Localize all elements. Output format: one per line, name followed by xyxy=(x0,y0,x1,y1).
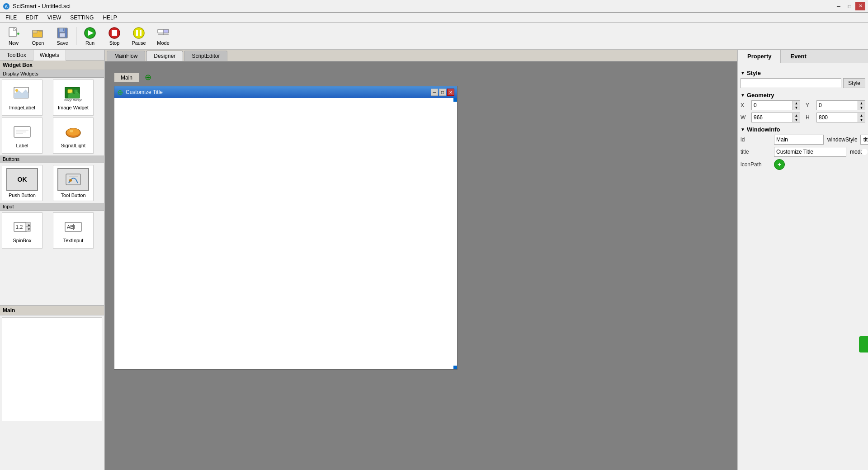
widget-scroll[interactable]: Display Widgets ImageLabel xyxy=(0,70,104,305)
style-section-label: Style xyxy=(747,70,761,76)
windowstyle-select[interactable]: titleVisia noTitle fullscreen xyxy=(860,135,868,145)
windowinfo-title-row: title Customize Title modal xyxy=(741,147,865,157)
widget-text-input[interactable]: ABI TextInput xyxy=(53,212,94,249)
widget-spin-box[interactable]: 1.2 ▲ ▼ SpinBox xyxy=(2,212,42,249)
menu-setting[interactable]: SETTING xyxy=(66,14,97,21)
left-tabs: ToolBox Widgets xyxy=(0,50,104,61)
label-icon xyxy=(13,123,31,141)
w-spin-down[interactable]: ▼ xyxy=(793,118,800,122)
widget-image-widget[interactable]: Image Widget Image Widget xyxy=(53,80,94,116)
h-spin-up[interactable]: ▲ xyxy=(858,113,865,118)
x-input-group: 0 ▲ ▼ xyxy=(751,100,800,110)
tab-widgets[interactable]: Widgets xyxy=(33,50,66,61)
design-canvas[interactable] xyxy=(114,98,457,369)
svg-text:▼: ▼ xyxy=(27,227,31,231)
section-buttons[interactable]: Buttons xyxy=(0,155,104,163)
h-spin-down[interactable]: ▼ xyxy=(858,118,865,122)
resize-handle-tr[interactable] xyxy=(453,98,457,102)
tab-mainflow[interactable]: MainFlow xyxy=(107,51,145,61)
svg-rect-18 xyxy=(136,30,138,36)
id-input[interactable]: Main xyxy=(774,135,824,145)
tab-event[interactable]: Event xyxy=(781,50,816,63)
section-display-widgets[interactable]: Display Widgets xyxy=(0,70,104,78)
close-button[interactable]: ✕ xyxy=(855,2,865,10)
svg-point-26 xyxy=(15,89,18,92)
menu-help[interactable]: HELP xyxy=(99,14,120,21)
style-input[interactable] xyxy=(741,78,841,88)
spin-box-icon: 1.2 ▲ ▼ xyxy=(13,218,31,236)
w-spin-up[interactable]: ▲ xyxy=(793,113,800,118)
svg-rect-20 xyxy=(158,29,163,33)
geometry-wh-row: W 966 ▲ ▼ H 800 ▲ ▼ xyxy=(741,113,865,122)
sub-tab-main[interactable]: Main xyxy=(114,73,139,82)
svg-rect-8 xyxy=(33,30,37,33)
save-button[interactable]: Save xyxy=(51,24,74,48)
run-icon xyxy=(84,27,96,39)
x-spin-btns: ▲ ▼ xyxy=(793,101,800,110)
floating-green-button[interactable] xyxy=(859,336,868,352)
x-spin-up[interactable]: ▲ xyxy=(793,101,800,105)
x-input[interactable]: 0 xyxy=(752,101,793,110)
widgetbox-header: Widget Box xyxy=(0,61,104,70)
image-widget-icon: Image Widget xyxy=(64,85,82,103)
section-input[interactable]: Input xyxy=(0,203,104,211)
minimize-button[interactable]: ─ xyxy=(834,2,844,10)
mode-button[interactable]: Mode xyxy=(151,24,175,48)
tab-designer[interactable]: Designer xyxy=(146,51,183,61)
svg-text:1.2: 1.2 xyxy=(16,224,23,230)
main-layout: ToolBox Widgets Widget Box Display Widge… xyxy=(0,50,868,470)
design-window-titlebar-controls: ─ □ ✕ xyxy=(431,89,454,96)
menu-view[interactable]: VIEW xyxy=(44,14,65,21)
w-input[interactable]: 966 xyxy=(752,113,793,122)
x-label: X xyxy=(741,102,750,108)
tab-toolbox[interactable]: ToolBox xyxy=(0,50,33,60)
y-spin-up[interactable]: ▲ xyxy=(858,101,865,105)
x-spin-down[interactable]: ▼ xyxy=(793,105,800,110)
widget-signal-light[interactable]: SignalLight xyxy=(53,118,94,154)
widget-push-button[interactable]: OK Push Button xyxy=(2,165,42,201)
stop-icon xyxy=(108,27,121,39)
windowinfo-iconpath-row: iconPath xyxy=(741,159,865,170)
style-button[interactable]: Style xyxy=(843,78,865,88)
h-input[interactable]: 800 xyxy=(817,113,858,122)
geometry-section-label: Geometry xyxy=(747,92,774,99)
tab-property[interactable]: Property xyxy=(738,50,781,63)
widget-label[interactable]: Label xyxy=(2,118,42,154)
widget-image-label[interactable]: ImageLabel xyxy=(2,80,42,116)
design-maximize-button[interactable]: □ xyxy=(439,89,446,96)
y-input[interactable]: 0 xyxy=(817,101,858,110)
design-close-button[interactable]: ✕ xyxy=(447,89,454,96)
menu-file[interactable]: FILE xyxy=(2,14,20,21)
mode-icon xyxy=(157,27,170,39)
section-display-widgets-label: Display Widgets xyxy=(3,71,38,76)
svg-text:Image Widget: Image Widget xyxy=(64,99,82,102)
title-input[interactable]: Customize Title xyxy=(774,147,846,157)
canvas-scroll[interactable]: Main ⊕ ⊕ Customize Title ─ □ ✕ xyxy=(105,61,737,470)
widget-tool-button[interactable]: Tool Button xyxy=(53,165,94,201)
open-label: Open xyxy=(32,40,44,46)
design-minimize-button[interactable]: ─ xyxy=(431,89,438,96)
pause-button[interactable]: Pause xyxy=(127,24,151,48)
windowstyle-label: windowStyle xyxy=(827,136,858,143)
toolbar: New Open Save Run Stop xyxy=(0,23,868,50)
h-input-group: 800 ▲ ▼ xyxy=(816,113,865,122)
run-button[interactable]: Run xyxy=(78,24,102,48)
resize-handle-br[interactable] xyxy=(453,366,457,369)
svg-rect-16 xyxy=(112,30,117,36)
sub-tabs-row: Main ⊕ xyxy=(114,70,728,84)
maximize-button[interactable]: □ xyxy=(844,2,854,10)
svg-point-40 xyxy=(69,179,72,182)
y-spin-down[interactable]: ▼ xyxy=(858,105,865,110)
new-button[interactable]: New xyxy=(2,24,25,48)
iconpath-button[interactable] xyxy=(774,159,785,170)
pause-label: Pause xyxy=(132,40,146,46)
menu-edit[interactable]: EDIT xyxy=(22,14,42,21)
open-button[interactable]: Open xyxy=(26,24,50,48)
geometry-section-header: ▼ Geometry xyxy=(741,92,865,99)
add-tab-button[interactable]: ⊕ xyxy=(141,70,155,84)
stop-button[interactable]: Stop xyxy=(103,24,126,48)
buttons-grid: OK Push Button Tool Button xyxy=(0,163,104,203)
svg-point-37 xyxy=(67,128,80,136)
tab-scripteditor[interactable]: ScriptEditor xyxy=(184,51,227,61)
y-label: Y xyxy=(806,102,815,108)
